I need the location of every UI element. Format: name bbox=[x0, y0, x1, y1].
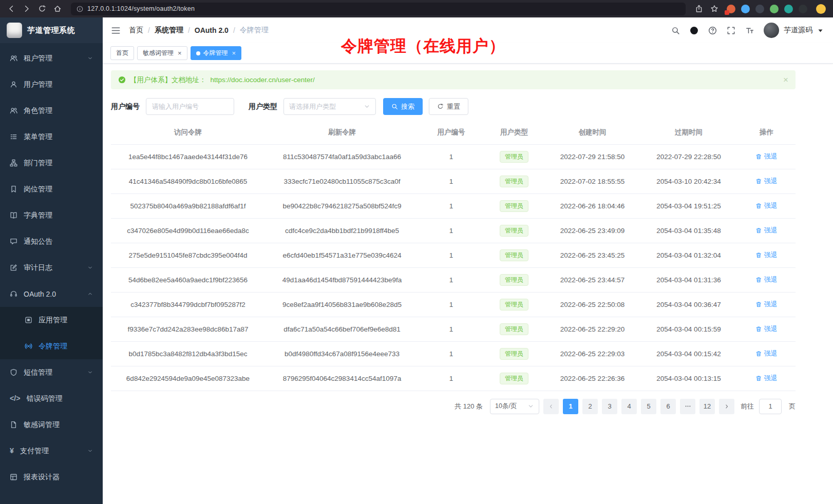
column-header: 用户类型 bbox=[483, 121, 545, 144]
force-logout-button[interactable]: 强退 bbox=[755, 300, 778, 309]
user-name[interactable]: 芋道源码 bbox=[784, 26, 812, 35]
column-header: 创建时间 bbox=[545, 121, 640, 144]
search-icon[interactable] bbox=[671, 26, 680, 35]
site-info-icon[interactable] bbox=[77, 6, 83, 12]
back-icon[interactable] bbox=[7, 5, 15, 13]
tab-sensitive[interactable]: 敏感词管理× bbox=[137, 46, 187, 60]
home-icon[interactable] bbox=[53, 5, 62, 13]
force-logout-button[interactable]: 强退 bbox=[755, 250, 778, 260]
force-logout-button[interactable]: 强退 bbox=[755, 275, 778, 284]
alert-doc-link[interactable]: https://doc.iocoder.cn/user-center/ bbox=[211, 76, 315, 84]
breadcrumb-item[interactable]: 首页 bbox=[129, 26, 143, 35]
user-avatar[interactable] bbox=[764, 23, 779, 38]
sidebar-item-oauth-token[interactable]: 令牌管理 bbox=[0, 333, 103, 359]
tab-close-icon[interactable]: × bbox=[232, 50, 236, 56]
force-logout-label: 强退 bbox=[764, 349, 778, 358]
force-logout-button[interactable]: 强退 bbox=[755, 349, 778, 358]
sidebar-item-user[interactable]: 用户管理 bbox=[0, 71, 103, 98]
total-count: 共 120 条 bbox=[455, 402, 483, 411]
url-bar[interactable]: 127.0.0.1:1024/system/oauth2/token bbox=[71, 3, 686, 15]
created-time-cell: 2022-06-25 22:26:36 bbox=[545, 366, 640, 391]
expire-time-cell: 2054-03-04 00:15:42 bbox=[640, 341, 737, 366]
created-time-cell: 2022-06-25 23:44:57 bbox=[545, 267, 640, 292]
extension-orange[interactable] bbox=[727, 5, 735, 13]
sidebar-item-menu[interactable]: 菜单管理 bbox=[0, 124, 103, 150]
page-button-2[interactable]: 2 bbox=[582, 399, 598, 414]
extension-green[interactable] bbox=[770, 5, 779, 13]
breadcrumb-item[interactable]: 系统管理 bbox=[155, 26, 183, 35]
refresh-token-cell: 9ce8ef2aa9f14056b831ae9b608e28d5 bbox=[265, 292, 419, 317]
force-logout-button[interactable]: 强退 bbox=[755, 226, 778, 235]
sidebar-item-post[interactable]: 岗位管理 bbox=[0, 176, 103, 202]
sidebar-item-report[interactable]: 报表设计器 bbox=[0, 464, 103, 490]
sidebar-item-sensitive[interactable]: 敏感词管理 bbox=[0, 412, 103, 438]
sidebar-item-oauth[interactable]: OAuth 2.0 bbox=[0, 281, 103, 307]
action-cell: 强退 bbox=[737, 317, 796, 341]
page-button-12[interactable]: 12 bbox=[699, 399, 715, 414]
prev-page-button[interactable] bbox=[543, 399, 559, 414]
profile-avatar-emoji[interactable] bbox=[816, 4, 826, 14]
page-button-1[interactable]: 1 bbox=[563, 399, 578, 414]
refresh-token-cell: 8796295f04064c2983414cc54af1097a bbox=[265, 366, 419, 391]
sidebar-item-audit-log[interactable]: 审计日志 bbox=[0, 255, 103, 281]
next-page-button[interactable] bbox=[719, 399, 734, 414]
help-icon[interactable] bbox=[708, 26, 717, 35]
sidebar-item-notice[interactable]: 通知公告 bbox=[0, 228, 103, 255]
sidebar-item-tenant[interactable]: 租户管理 bbox=[0, 45, 103, 71]
force-logout-button[interactable]: 强退 bbox=[755, 374, 778, 383]
page-button-5[interactable]: 5 bbox=[641, 399, 656, 414]
page-button-3[interactable]: 3 bbox=[602, 399, 617, 414]
forward-icon[interactable] bbox=[23, 5, 31, 13]
expire-time-cell: 2054-03-04 01:35:48 bbox=[640, 218, 737, 243]
more-pages-button[interactable] bbox=[680, 399, 695, 414]
action-cell: 强退 bbox=[737, 193, 796, 218]
page-button-6[interactable]: 6 bbox=[660, 399, 676, 414]
force-logout-button[interactable]: 强退 bbox=[755, 201, 778, 210]
sidebar-item-dict[interactable]: 字典管理 bbox=[0, 202, 103, 228]
sidebar-item-role[interactable]: 角色管理 bbox=[0, 98, 103, 124]
error-code-icon: </> bbox=[10, 395, 21, 402]
reload-icon[interactable] bbox=[38, 5, 46, 13]
table-row: 54d6be82ee5a460a9aedc1f9bf22365649d1aa46… bbox=[111, 267, 796, 292]
user-type-badge: 管理员 bbox=[500, 274, 528, 286]
user-id-input[interactable] bbox=[146, 98, 234, 115]
font-size-icon[interactable] bbox=[745, 26, 754, 35]
extension-dark[interactable] bbox=[755, 5, 764, 13]
tab-close-icon[interactable]: × bbox=[178, 50, 182, 56]
alert-text: 【用户体系】文档地址： bbox=[130, 75, 206, 85]
force-logout-button[interactable]: 强退 bbox=[755, 324, 778, 334]
fullscreen-icon[interactable] bbox=[727, 26, 735, 35]
sidebar-item-label: 用户管理 bbox=[24, 80, 52, 89]
extension-gray[interactable] bbox=[799, 5, 807, 13]
sidebar-item-errcode[interactable]: </>错误码管理 bbox=[0, 385, 103, 412]
page-button-4[interactable]: 4 bbox=[621, 399, 637, 414]
breadcrumb-item[interactable]: OAuth 2.0 bbox=[195, 26, 229, 34]
page-size-select[interactable]: 10条/页 bbox=[490, 399, 539, 414]
force-logout-button[interactable]: 强退 bbox=[755, 152, 778, 161]
user-type-cell: 管理员 bbox=[483, 366, 545, 391]
alert-close-icon[interactable]: × bbox=[783, 75, 788, 84]
caret-down-icon[interactable] bbox=[816, 26, 825, 35]
hamburger-icon[interactable] bbox=[111, 26, 121, 35]
search-button[interactable]: 搜索 bbox=[383, 98, 423, 115]
sidebar-item-oauth-app[interactable]: 应用管理 bbox=[0, 307, 103, 333]
extension-blue[interactable] bbox=[741, 5, 750, 13]
sidebar-item-dept[interactable]: 部门管理 bbox=[0, 150, 103, 176]
access-token-cell: 502375b8040a469a9b82188afdf6af1f bbox=[111, 193, 265, 218]
tab-token[interactable]: 令牌管理× bbox=[191, 46, 242, 60]
share-icon[interactable] bbox=[695, 5, 703, 13]
force-logout-button[interactable]: 强退 bbox=[755, 177, 778, 186]
sidebar-item-sms[interactable]: 短信管理 bbox=[0, 359, 103, 385]
column-header: 过期时间 bbox=[640, 121, 737, 144]
sidebar-item-pay[interactable]: ¥支付管理 bbox=[0, 438, 103, 464]
column-header: 访问令牌 bbox=[111, 121, 265, 144]
reset-button[interactable]: 重置 bbox=[429, 98, 468, 115]
user-type-select[interactable]: 请选择用户类型 bbox=[283, 98, 376, 115]
bookmark-star-icon[interactable] bbox=[710, 5, 718, 13]
url-text: 127.0.0.1:1024/system/oauth2/token bbox=[87, 5, 195, 12]
sidebar-item-label: 应用管理 bbox=[39, 316, 67, 325]
github-icon[interactable] bbox=[690, 26, 698, 35]
tab-home[interactable]: 首页 bbox=[110, 46, 134, 60]
extension-teal[interactable] bbox=[784, 5, 793, 13]
goto-page-input[interactable] bbox=[759, 399, 782, 414]
